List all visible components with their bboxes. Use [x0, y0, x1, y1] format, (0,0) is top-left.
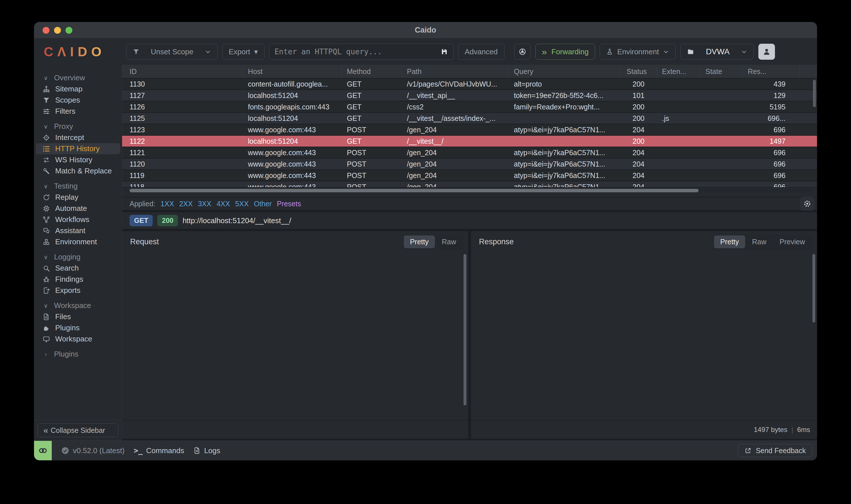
- sidebar-item-workspace[interactable]: Workspace: [34, 334, 122, 345]
- column-header-path[interactable]: Path: [402, 65, 509, 78]
- table-row[interactable]: 1125localhost:51204GET/__vitest__/assets…: [122, 113, 817, 124]
- column-header-method[interactable]: Method: [342, 65, 402, 78]
- table-row[interactable]: 1127localhost:51204GET/__vitest_api__tok…: [122, 90, 817, 102]
- filter-link-1xx[interactable]: 1XX: [160, 200, 174, 208]
- column-header-query[interactable]: Query: [509, 65, 620, 78]
- sidebar-section-header-plugins[interactable]: ›Plugins: [34, 348, 122, 360]
- version-indicator[interactable]: v0.52.0 (Latest): [61, 446, 125, 455]
- sidebar-section-header-overview[interactable]: ∨Overview: [34, 72, 122, 84]
- scope-dropdown[interactable]: Unset Scope: [126, 44, 218, 60]
- cell-method: POST: [342, 159, 402, 169]
- file-export-icon: [42, 287, 51, 294]
- sidebar-item-search[interactable]: Search: [34, 263, 122, 274]
- sidebar-item-intercept[interactable]: Intercept: [34, 132, 122, 143]
- response-scrollbar[interactable]: [812, 254, 815, 323]
- table-row[interactable]: 1130content-autofill.googlea...GET/v1/pa…: [122, 78, 817, 90]
- column-header-host[interactable]: Host: [243, 65, 342, 78]
- sidebar-section-header-logging[interactable]: ∨Logging: [34, 251, 122, 263]
- caido-window: Caido CΛIDO Unset Scope Export ▾: [34, 22, 817, 461]
- filter-link-2xx[interactable]: 2XX: [179, 200, 193, 208]
- sidebar-item-scopes[interactable]: Scopes: [34, 94, 122, 106]
- filter-settings-button[interactable]: [800, 197, 815, 211]
- sidebar-item-files[interactable]: Files: [34, 311, 122, 322]
- sidebar-item-sitemap[interactable]: Sitemap: [34, 84, 122, 94]
- cell-state: [700, 181, 743, 187]
- sidebar-item-exports[interactable]: Exports: [34, 285, 122, 296]
- table-row[interactable]: 1120www.google.com:443POST/gen_204atyp=i…: [122, 159, 817, 170]
- sidebar-item-plugins[interactable]: Plugins: [34, 322, 122, 334]
- table-horizontal-scrollbar[interactable]: [122, 188, 817, 194]
- request-editor[interactable]: [122, 252, 468, 420]
- cell-status: 204: [620, 170, 657, 181]
- collapse-sidebar-label: Collapse Sidebar: [51, 426, 105, 435]
- sidebar-section-header-testing[interactable]: ∨Testing: [34, 181, 122, 192]
- request-url: http://localhost:51204/__vitest__/: [183, 216, 291, 225]
- cell-host: localhost:51204: [243, 90, 342, 101]
- table-row[interactable]: 1122localhost:51204GET/__vitest__/200149…: [122, 136, 817, 147]
- filter-link-other[interactable]: Other: [254, 200, 272, 208]
- chevron-down-icon: [663, 49, 669, 55]
- table-row[interactable]: 1126fonts.googleapis.com:443GET/css2fami…: [122, 102, 817, 113]
- save-query-icon[interactable]: [441, 48, 448, 55]
- sidebar-section-header-workspace[interactable]: ∨Workspace: [34, 300, 122, 311]
- cell-path: /v1/pages/ChVDaHJvbWU...: [402, 78, 509, 89]
- send-feedback-button[interactable]: Send Feedback: [738, 444, 812, 457]
- project-dropdown[interactable]: DVWA: [680, 44, 754, 60]
- filter-link-3xx[interactable]: 3XX: [198, 200, 211, 208]
- commands-button[interactable]: >_ Commands: [134, 446, 184, 455]
- cell-path: /__vitest_api__: [402, 90, 509, 101]
- column-header-state[interactable]: State: [700, 65, 743, 78]
- cell-response-length: 696: [743, 181, 800, 187]
- status-bar: v0.52.0 (Latest) >_ Commands Logs Send F…: [34, 440, 817, 460]
- sidebar-item-ws-history[interactable]: WS History: [34, 154, 122, 165]
- table-row[interactable]: 1119www.google.com:443POST/gen_204atyp=i…: [122, 170, 817, 181]
- table-vertical-scrollbar[interactable]: [813, 80, 816, 107]
- column-header-exten[interactable]: Exten...: [657, 65, 700, 78]
- table-row[interactable]: 1123www.google.com:443POST/gen_204atyp=i…: [122, 124, 817, 136]
- tab-raw[interactable]: Raw: [746, 235, 772, 248]
- request-scrollbar[interactable]: [464, 254, 466, 406]
- filter-link-4xx[interactable]: 4XX: [216, 200, 230, 208]
- cell-id: 1125: [122, 113, 243, 124]
- export-dropdown[interactable]: Export ▾: [222, 44, 264, 60]
- httpql-query-input[interactable]: [275, 48, 437, 56]
- sidebar-item-filters[interactable]: Filters: [34, 106, 122, 117]
- table-row[interactable]: 1118www.google.com:443POST/gen_204atyp=i…: [122, 181, 817, 188]
- sidebar-item-assistant[interactable]: Assistant: [34, 225, 122, 236]
- account-button[interactable]: [758, 44, 775, 60]
- tab-pretty[interactable]: Pretty: [714, 235, 745, 248]
- sidebar-item-findings[interactable]: Findings: [34, 274, 122, 285]
- tab-pretty[interactable]: Pretty: [404, 235, 435, 248]
- sidebar-item-workflows[interactable]: Workflows: [34, 214, 122, 225]
- advanced-button[interactable]: Advanced: [458, 44, 504, 60]
- logs-button[interactable]: Logs: [193, 446, 220, 455]
- forwarding-button[interactable]: » Forwarding: [535, 44, 595, 60]
- sidebar-item-label: WS History: [55, 156, 92, 164]
- sidebar-item-environment[interactable]: Environment: [34, 236, 122, 248]
- cell-host: content-autofill.googlea...: [243, 78, 342, 89]
- sidebar-footer: « Collapse Sidebar: [34, 420, 122, 440]
- sidebar-section-label: Logging: [54, 253, 81, 262]
- column-header-res[interactable]: Res...: [743, 65, 800, 78]
- tab-raw[interactable]: Raw: [435, 235, 463, 248]
- sidebar-section-header-proxy[interactable]: ∨Proxy: [34, 121, 122, 132]
- sidebar-item-replay[interactable]: Replay: [34, 192, 122, 203]
- sidebar-item-automate[interactable]: Automate: [34, 203, 122, 214]
- response-editor[interactable]: [471, 252, 817, 420]
- cell-status: 204: [620, 181, 657, 187]
- cell-query: [509, 136, 620, 147]
- cell-path: /css2: [402, 102, 509, 112]
- browser-button[interactable]: [514, 44, 531, 60]
- sidebar-item-http-history[interactable]: HTTP History: [36, 143, 120, 154]
- table-row[interactable]: 1121www.google.com:443POST/gen_204atyp=i…: [122, 147, 817, 159]
- sidebar-item-label: Search: [55, 264, 79, 273]
- environment-dropdown[interactable]: Environment: [600, 44, 676, 60]
- sidebar-item-match-replace[interactable]: Match & Replace: [34, 165, 122, 177]
- column-header-status[interactable]: Status: [620, 65, 657, 78]
- connection-button[interactable]: [34, 441, 52, 460]
- collapse-sidebar-button[interactable]: « Collapse Sidebar: [37, 424, 118, 437]
- filter-link-5xx[interactable]: 5XX: [235, 200, 248, 208]
- tab-preview[interactable]: Preview: [773, 235, 811, 248]
- presets-link[interactable]: Presets: [277, 200, 301, 208]
- column-header-id[interactable]: ID: [122, 65, 243, 78]
